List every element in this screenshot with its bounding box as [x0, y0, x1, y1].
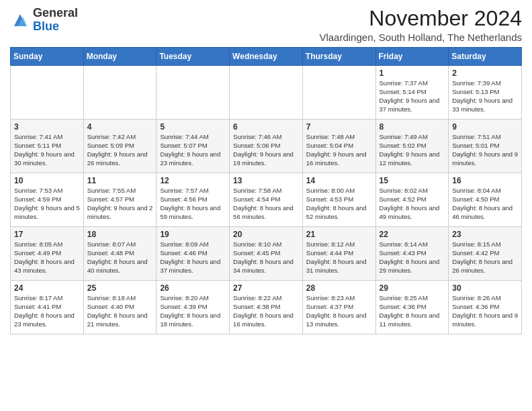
logo-text: General Blue	[33, 7, 78, 34]
day-info: Sunrise: 7:46 AM Sunset: 5:06 PM Dayligh…	[233, 133, 299, 167]
weekday-header: Friday	[375, 48, 449, 66]
weekday-header: Monday	[83, 48, 157, 66]
calendar-cell: 24Sunrise: 8:17 AM Sunset: 4:41 PM Dayli…	[11, 281, 84, 334]
day-number: 8	[380, 122, 445, 132]
calendar-cell: 21Sunrise: 8:12 AM Sunset: 4:44 PM Dayli…	[302, 227, 375, 281]
day-number: 10	[14, 176, 80, 185]
calendar-cell: 17Sunrise: 8:05 AM Sunset: 4:49 PM Dayli…	[11, 227, 84, 281]
month-title: November 2024	[319, 7, 522, 30]
calendar-cell: 22Sunrise: 8:14 AM Sunset: 4:43 PM Dayli…	[375, 227, 449, 281]
day-number: 16	[452, 176, 518, 185]
calendar-cell: 3Sunrise: 7:41 AM Sunset: 5:11 PM Daylig…	[11, 120, 84, 173]
day-info: Sunrise: 8:10 AM Sunset: 4:45 PM Dayligh…	[233, 240, 299, 275]
calendar-cell: 14Sunrise: 8:00 AM Sunset: 4:53 PM Dayli…	[302, 173, 375, 227]
calendar-cell: 2Sunrise: 7:39 AM Sunset: 5:13 PM Daylig…	[449, 66, 522, 120]
calendar-cell: 5Sunrise: 7:44 AM Sunset: 5:07 PM Daylig…	[157, 120, 230, 173]
calendar-cell: 11Sunrise: 7:55 AM Sunset: 4:57 PM Dayli…	[83, 173, 157, 227]
calendar-cell	[11, 66, 84, 120]
day-number: 28	[306, 283, 372, 293]
calendar-cell: 10Sunrise: 7:53 AM Sunset: 4:59 PM Dayli…	[11, 173, 84, 227]
calendar-cell: 29Sunrise: 8:25 AM Sunset: 4:36 PM Dayli…	[375, 281, 449, 334]
day-number: 1	[380, 68, 445, 78]
day-number: 3	[14, 122, 80, 132]
day-number: 4	[87, 122, 153, 132]
day-number: 14	[306, 176, 372, 185]
day-info: Sunrise: 7:39 AM Sunset: 5:13 PM Dayligh…	[452, 79, 518, 113]
day-info: Sunrise: 8:17 AM Sunset: 4:41 PM Dayligh…	[14, 294, 80, 328]
day-number: 6	[233, 122, 299, 132]
day-number: 17	[14, 230, 80, 239]
logo-general: General	[33, 6, 78, 19]
day-info: Sunrise: 8:22 AM Sunset: 4:38 PM Dayligh…	[233, 294, 299, 328]
day-number: 15	[380, 176, 445, 185]
day-info: Sunrise: 8:12 AM Sunset: 4:44 PM Dayligh…	[306, 240, 372, 275]
day-number: 26	[160, 283, 226, 293]
day-info: Sunrise: 7:51 AM Sunset: 5:01 PM Dayligh…	[452, 133, 518, 167]
day-info: Sunrise: 7:44 AM Sunset: 5:07 PM Dayligh…	[160, 133, 226, 167]
day-info: Sunrise: 8:07 AM Sunset: 4:48 PM Dayligh…	[87, 240, 153, 275]
day-info: Sunrise: 8:14 AM Sunset: 4:43 PM Dayligh…	[380, 240, 445, 275]
calendar-cell: 4Sunrise: 7:42 AM Sunset: 5:09 PM Daylig…	[83, 120, 157, 173]
calendar-week: 3Sunrise: 7:41 AM Sunset: 5:11 PM Daylig…	[11, 120, 522, 173]
day-number: 18	[87, 230, 153, 239]
day-info: Sunrise: 8:15 AM Sunset: 4:42 PM Dayligh…	[452, 240, 518, 275]
calendar-cell	[83, 66, 157, 120]
calendar-cell: 23Sunrise: 8:15 AM Sunset: 4:42 PM Dayli…	[449, 227, 522, 281]
calendar: SundayMondayTuesdayWednesdayThursdayFrid…	[10, 47, 522, 334]
calendar-cell: 12Sunrise: 7:57 AM Sunset: 4:56 PM Dayli…	[157, 173, 230, 227]
day-number: 11	[87, 176, 153, 185]
calendar-cell: 26Sunrise: 8:20 AM Sunset: 4:39 PM Dayli…	[157, 281, 230, 334]
day-info: Sunrise: 8:23 AM Sunset: 4:37 PM Dayligh…	[306, 294, 372, 328]
day-info: Sunrise: 8:00 AM Sunset: 4:53 PM Dayligh…	[306, 187, 372, 221]
day-info: Sunrise: 8:25 AM Sunset: 4:36 PM Dayligh…	[380, 294, 445, 328]
day-number: 7	[306, 122, 372, 132]
day-info: Sunrise: 8:20 AM Sunset: 4:39 PM Dayligh…	[160, 294, 226, 328]
day-number: 19	[160, 230, 226, 239]
day-info: Sunrise: 8:02 AM Sunset: 4:52 PM Dayligh…	[380, 187, 445, 221]
day-info: Sunrise: 8:18 AM Sunset: 4:40 PM Dayligh…	[87, 294, 153, 328]
logo: General Blue	[10, 7, 78, 34]
day-number: 21	[306, 230, 372, 239]
weekday-header: Tuesday	[157, 48, 230, 66]
day-info: Sunrise: 7:42 AM Sunset: 5:09 PM Dayligh…	[87, 133, 153, 167]
calendar-cell	[230, 66, 303, 120]
day-number: 29	[380, 283, 445, 293]
calendar-cell: 30Sunrise: 8:26 AM Sunset: 4:36 PM Dayli…	[449, 281, 522, 334]
calendar-cell: 19Sunrise: 8:09 AM Sunset: 4:46 PM Dayli…	[157, 227, 230, 281]
header: General Blue November 2024 Vlaardingen, …	[10, 7, 522, 43]
day-number: 20	[233, 230, 299, 239]
day-info: Sunrise: 8:04 AM Sunset: 4:50 PM Dayligh…	[452, 187, 518, 221]
day-info: Sunrise: 7:55 AM Sunset: 4:57 PM Dayligh…	[87, 187, 153, 221]
weekday-header: Thursday	[302, 48, 375, 66]
calendar-cell: 13Sunrise: 7:58 AM Sunset: 4:54 PM Dayli…	[230, 173, 303, 227]
calendar-cell: 8Sunrise: 7:49 AM Sunset: 5:02 PM Daylig…	[375, 120, 449, 173]
day-number: 2	[452, 68, 518, 78]
day-info: Sunrise: 7:57 AM Sunset: 4:56 PM Dayligh…	[160, 187, 226, 221]
calendar-week: 17Sunrise: 8:05 AM Sunset: 4:49 PM Dayli…	[11, 227, 522, 281]
location: Vlaardingen, South Holland, The Netherla…	[319, 32, 522, 43]
calendar-cell: 1Sunrise: 7:37 AM Sunset: 5:14 PM Daylig…	[375, 66, 449, 120]
day-info: Sunrise: 8:09 AM Sunset: 4:46 PM Dayligh…	[160, 240, 226, 275]
day-number: 13	[233, 176, 299, 185]
calendar-cell: 27Sunrise: 8:22 AM Sunset: 4:38 PM Dayli…	[230, 281, 303, 334]
logo-blue: Blue	[33, 19, 59, 33]
calendar-week: 10Sunrise: 7:53 AM Sunset: 4:59 PM Dayli…	[11, 173, 522, 227]
weekday-header: Wednesday	[230, 48, 303, 66]
day-number: 24	[14, 283, 80, 293]
day-number: 30	[452, 283, 518, 293]
day-number: 22	[380, 230, 445, 239]
day-number: 12	[160, 176, 226, 185]
day-info: Sunrise: 7:49 AM Sunset: 5:02 PM Dayligh…	[380, 133, 445, 167]
calendar-cell: 15Sunrise: 8:02 AM Sunset: 4:52 PM Dayli…	[375, 173, 449, 227]
day-info: Sunrise: 7:41 AM Sunset: 5:11 PM Dayligh…	[14, 133, 80, 167]
calendar-cell: 16Sunrise: 8:04 AM Sunset: 4:50 PM Dayli…	[449, 173, 522, 227]
day-info: Sunrise: 7:48 AM Sunset: 5:04 PM Dayligh…	[306, 133, 372, 167]
calendar-week: 1Sunrise: 7:37 AM Sunset: 5:14 PM Daylig…	[11, 66, 522, 120]
calendar-cell	[302, 66, 375, 120]
day-info: Sunrise: 8:05 AM Sunset: 4:49 PM Dayligh…	[14, 240, 80, 275]
calendar-week: 24Sunrise: 8:17 AM Sunset: 4:41 PM Dayli…	[11, 281, 522, 334]
day-info: Sunrise: 7:53 AM Sunset: 4:59 PM Dayligh…	[14, 187, 80, 221]
weekday-header: Sunday	[11, 48, 84, 66]
day-number: 25	[87, 283, 153, 293]
calendar-body: 1Sunrise: 7:37 AM Sunset: 5:14 PM Daylig…	[11, 66, 522, 334]
